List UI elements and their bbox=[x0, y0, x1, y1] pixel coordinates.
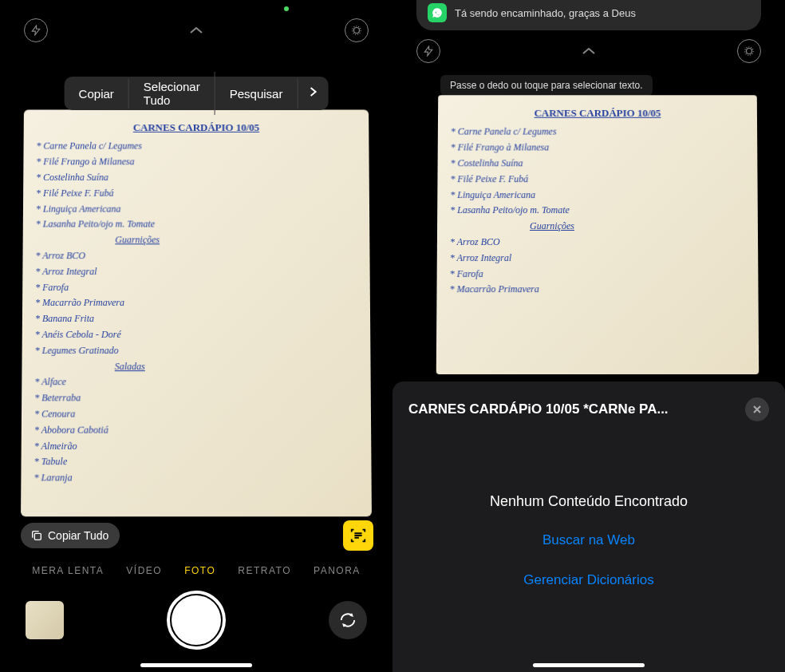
search-button[interactable]: Pesquisar bbox=[215, 79, 298, 109]
camera-viewfinder-paper[interactable]: CARNES CARDÁPIO 10/05 * Carne Panela c/ … bbox=[21, 109, 372, 516]
whatsapp-notification-banner[interactable]: Tá sendo encaminhado, graças a Deus bbox=[416, 0, 761, 30]
night-mode-toggle[interactable] bbox=[737, 39, 761, 63]
lookup-title: CARNES CARDÁPiO 10/05 *CARNe PA... bbox=[408, 401, 669, 417]
text-selection-context-menu: Copiar Selecionar Tudo Pesquisar bbox=[65, 77, 329, 110]
lookup-header: CARNES CARDÁPiO 10/05 *CARNe PA... bbox=[408, 397, 769, 421]
chevron-up-icon[interactable] bbox=[189, 22, 203, 39]
copy-all-button[interactable]: Copiar Tudo bbox=[21, 523, 120, 548]
paper-title: CARNES CARDÁPIO 10/05 bbox=[37, 119, 357, 136]
home-indicator[interactable] bbox=[533, 663, 645, 667]
live-text-icon bbox=[349, 527, 367, 544]
flip-camera-button[interactable] bbox=[329, 601, 367, 639]
lookup-body: Nenhum Conteúdo Encontrado Buscar na Web… bbox=[408, 493, 769, 588]
whatsapp-icon bbox=[428, 3, 447, 22]
no-content-message: Nenhum Conteúdo Encontrado bbox=[408, 493, 769, 510]
mode-slowmo[interactable]: MERA LENTA bbox=[32, 565, 104, 576]
paper-title: CARNES CARDÁPIO 10/05 bbox=[451, 105, 744, 121]
flash-toggle[interactable] bbox=[24, 18, 48, 42]
flash-toggle[interactable] bbox=[416, 39, 440, 63]
copy-icon bbox=[30, 529, 43, 542]
last-photo-thumbnail[interactable] bbox=[26, 601, 64, 639]
close-icon bbox=[752, 405, 762, 414]
home-indicator[interactable] bbox=[140, 663, 252, 667]
mode-photo[interactable]: FOTO bbox=[184, 565, 215, 576]
right-phone-lookup: Tá sendo encaminhado, graças a Deus Pass… bbox=[392, 0, 785, 672]
camera-modes-row: MERA LENTA VÍDEO FOTO RETRATO PANORA bbox=[0, 565, 392, 576]
search-web-link[interactable]: Buscar na Web bbox=[408, 532, 769, 548]
flip-camera-icon bbox=[339, 611, 357, 629]
live-text-toggle[interactable] bbox=[343, 520, 373, 551]
shutter-button[interactable] bbox=[167, 591, 226, 650]
svg-point-0 bbox=[354, 28, 360, 34]
copy-all-label: Copiar Tudo bbox=[48, 529, 108, 542]
close-button[interactable] bbox=[745, 397, 769, 421]
mode-portrait[interactable]: RETRATO bbox=[238, 565, 291, 576]
svg-point-3 bbox=[747, 49, 752, 54]
more-actions-chevron[interactable] bbox=[298, 78, 328, 109]
night-mode-toggle[interactable] bbox=[345, 18, 369, 42]
lookup-panel: CARNES CARDÁPiO 10/05 *CARNe PA... Nenhu… bbox=[392, 381, 785, 672]
left-phone-camera: Copiar Selecionar Tudo Pesquisar CARNES … bbox=[0, 0, 392, 672]
camera-active-indicator bbox=[284, 6, 289, 11]
select-all-button[interactable]: Selecionar Tudo bbox=[129, 72, 215, 115]
camera-viewfinder-paper[interactable]: CARNES CARDÁPIO 10/05 * Carne Panela c/ … bbox=[436, 95, 759, 374]
camera-bottom-controls bbox=[0, 591, 392, 650]
svg-rect-2 bbox=[34, 533, 41, 540]
chevron-up-icon[interactable] bbox=[582, 43, 596, 60]
live-text-tooltip: Passe o dedo ou toque para selecionar te… bbox=[440, 75, 653, 96]
copy-button[interactable]: Copiar bbox=[65, 79, 129, 109]
mode-video[interactable]: VÍDEO bbox=[126, 565, 162, 576]
whatsapp-message-text: Tá sendo encaminhado, graças a Deus bbox=[455, 7, 636, 19]
mode-pano[interactable]: PANORA bbox=[314, 565, 361, 576]
manage-dictionaries-link[interactable]: Gerenciar Dicionários bbox=[408, 572, 769, 588]
camera-top-controls bbox=[0, 14, 392, 46]
camera-top-controls bbox=[392, 35, 785, 67]
